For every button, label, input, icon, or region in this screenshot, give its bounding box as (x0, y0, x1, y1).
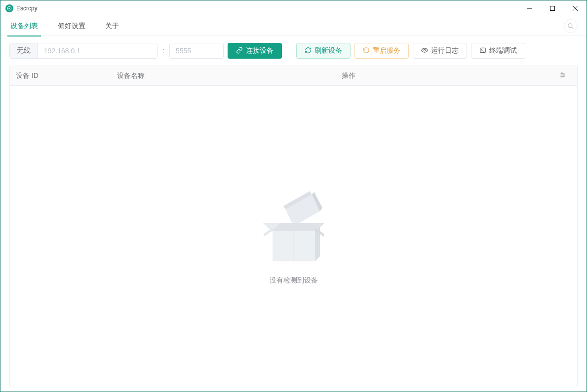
svg-point-2 (568, 23, 572, 27)
svg-point-8 (561, 72, 562, 73)
restart-button[interactable]: 重启服务 (354, 43, 409, 59)
port-input[interactable] (170, 43, 224, 58)
th-action-label: 操作 (342, 71, 355, 80)
terminal-icon (479, 47, 486, 55)
svg-rect-4 (480, 48, 486, 52)
tabs: 设备列表 偏好设置 关于 (0, 16, 587, 36)
tab-devices[interactable]: 设备列表 (9, 16, 39, 36)
terminal-button[interactable]: 终端调试 (471, 43, 525, 59)
th-device-id: 设备 ID (10, 71, 111, 80)
ip-input[interactable] (38, 43, 157, 58)
tab-label: 偏好设置 (58, 22, 85, 31)
eye-icon (421, 47, 428, 55)
svg-rect-1 (550, 6, 555, 10)
restart-label: 重启服务 (373, 46, 400, 55)
connect-button[interactable]: 连接设备 (228, 43, 282, 59)
empty-text: 没有检测到设备 (270, 276, 318, 285)
window-titlebar: Escrcpy (0, 0, 587, 16)
search-button[interactable] (564, 19, 578, 33)
port-input-group (169, 43, 224, 59)
log-button[interactable]: 运行日志 (413, 43, 467, 59)
maximize-button[interactable] (541, 0, 564, 16)
refresh-label: 刷新设备 (314, 46, 342, 55)
th-action: 操作 (336, 71, 577, 80)
tab-label: 关于 (105, 22, 119, 31)
tab-about[interactable]: 关于 (104, 16, 120, 36)
minimize-button[interactable] (518, 0, 541, 16)
table-header: 设备 ID 设备名称 操作 (10, 66, 577, 86)
svg-marker-18 (264, 228, 273, 237)
svg-point-3 (424, 49, 426, 51)
empty-box-icon (262, 187, 326, 266)
terminal-label: 终端调试 (489, 46, 517, 55)
empty-state: 没有检测到设备 (10, 86, 577, 387)
app-title: Escrcpy (16, 5, 38, 12)
ip-input-group: 无线 (9, 43, 157, 59)
log-label: 运行日志 (431, 46, 459, 55)
connect-label: 连接设备 (246, 46, 274, 55)
link-icon (236, 47, 243, 55)
device-table: 设备 ID 设备名称 操作 (9, 66, 578, 387)
column-settings-icon[interactable] (559, 71, 571, 80)
app-logo-icon (5, 4, 13, 12)
colon-separator: : (161, 47, 165, 55)
divider (289, 46, 289, 56)
window-controls (518, 0, 587, 16)
svg-point-10 (561, 76, 562, 77)
restart-icon (363, 47, 370, 55)
wireless-label: 无线 (10, 43, 38, 58)
refresh-button[interactable]: 刷新设备 (296, 43, 351, 59)
close-button[interactable] (564, 0, 587, 16)
refresh-icon (305, 47, 312, 55)
toolbar: 无线 : 连接设备 刷新设备 重启服务 运行日志 终端调试 (0, 36, 587, 66)
tab-label: 设备列表 (10, 22, 38, 31)
svg-point-9 (563, 74, 564, 75)
th-device-name: 设备名称 (111, 71, 336, 80)
tab-preferences[interactable]: 偏好设置 (57, 16, 86, 36)
